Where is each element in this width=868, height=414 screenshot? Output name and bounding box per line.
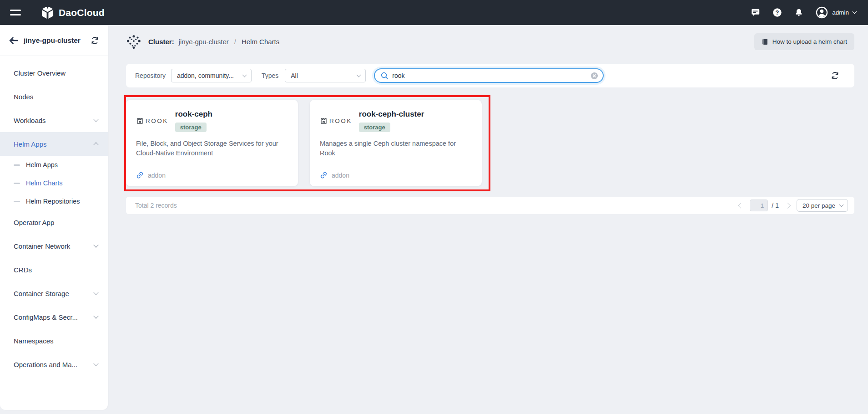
total-pages-label: / 1 bbox=[772, 202, 779, 209]
sub-item-dash bbox=[14, 164, 20, 166]
total-records-label: Total 2 records bbox=[135, 202, 177, 209]
sidebar-cluster-header: jinye-gpu-cluster bbox=[0, 25, 108, 56]
sidebar-item-container-storage[interactable]: Container Storage bbox=[0, 281, 108, 305]
breadcrumb-page: Helm Charts bbox=[242, 38, 279, 46]
sub-item-dash bbox=[14, 183, 20, 184]
chevron-down-icon bbox=[853, 10, 857, 14]
chart-description: File, Block, and Object Storage Services… bbox=[136, 139, 288, 171]
help-icon[interactable]: ? bbox=[772, 8, 782, 17]
rook-castle-icon bbox=[136, 117, 144, 125]
types-select-value: All bbox=[291, 72, 353, 79]
daocloud-logo-icon bbox=[41, 5, 54, 20]
page-size-value: 20 per page bbox=[802, 202, 835, 209]
search-box[interactable] bbox=[374, 68, 604, 83]
user-avatar-icon bbox=[816, 6, 828, 19]
breadcrumb-separator: / bbox=[234, 38, 236, 46]
sidebar-item-helm-apps-group[interactable]: Helm Apps bbox=[0, 132, 108, 156]
switch-cluster-icon[interactable] bbox=[90, 36, 100, 45]
sidebar-item-workloads[interactable]: Workloads bbox=[0, 108, 108, 132]
chart-title: rook-ceph-cluster bbox=[359, 110, 424, 119]
rook-castle-icon bbox=[320, 117, 328, 125]
sidebar-item-crds[interactable]: CRDs bbox=[0, 258, 108, 281]
chart-repo-row: addon bbox=[136, 171, 288, 179]
rook-logo: ROOK bbox=[136, 117, 168, 125]
chart-repo-row: addon bbox=[320, 171, 472, 179]
book-icon bbox=[762, 38, 768, 46]
breadcrumb-cluster-link[interactable]: jinye-gpu-cluster bbox=[179, 38, 229, 46]
chart-repo-name: addon bbox=[148, 172, 166, 179]
filter-bar: Repository addon, community... Types All bbox=[126, 64, 854, 87]
pagination-bar: Total 2 records 1 / 1 20 per page bbox=[126, 197, 854, 214]
sub-item-dash bbox=[14, 201, 20, 202]
chevron-down-icon bbox=[839, 202, 844, 207]
menu-icon[interactable] bbox=[10, 10, 21, 15]
sidebar-item-nodes[interactable]: Nodes bbox=[0, 85, 108, 108]
chart-category-tag: storage bbox=[175, 123, 207, 132]
helm-chart-card-rook-ceph[interactable]: ROOK rook-ceph storage File, Block, and … bbox=[126, 100, 298, 186]
chevron-left-icon bbox=[738, 203, 744, 209]
repository-select[interactable]: addon, community... bbox=[171, 69, 252, 82]
chart-category-tag: storage bbox=[359, 123, 390, 132]
sidebar-item-cluster-overview[interactable]: Cluster Overview bbox=[0, 61, 108, 85]
chart-description: Manages a single Ceph cluster namespace … bbox=[320, 139, 472, 171]
chevron-down-icon bbox=[242, 72, 247, 77]
topbar-actions: ? admin bbox=[751, 6, 856, 19]
rook-logo-text: ROOK bbox=[329, 118, 352, 124]
chevron-down-icon bbox=[93, 117, 98, 122]
chart-title: rook-ceph bbox=[175, 110, 212, 119]
sidebar: jinye-gpu-cluster Cluster Overview Nodes bbox=[0, 25, 108, 410]
sidebar-item-helm-apps[interactable]: Helm Apps bbox=[0, 156, 108, 174]
clear-search-icon[interactable] bbox=[590, 72, 598, 80]
refresh-icon[interactable] bbox=[830, 71, 840, 80]
chevron-down-icon bbox=[357, 72, 361, 77]
link-icon bbox=[136, 171, 144, 179]
sidebar-nav: Cluster Overview Nodes Workloads Helm Ap… bbox=[0, 56, 108, 376]
chevron-down-icon bbox=[93, 313, 98, 318]
sidebar-item-operations-maintenance[interactable]: Operations and Ma... bbox=[0, 353, 108, 376]
back-arrow-icon[interactable] bbox=[9, 36, 19, 45]
chevron-down-icon bbox=[93, 290, 98, 295]
chevron-up-icon bbox=[93, 142, 98, 147]
notifications-bell-icon[interactable] bbox=[794, 8, 803, 17]
helm-chart-card-rook-ceph-cluster[interactable]: ROOK rook-ceph-cluster storage Manages a… bbox=[310, 100, 482, 186]
sidebar-cluster-name: jinye-gpu-cluster bbox=[24, 36, 85, 45]
user-name: admin bbox=[832, 9, 849, 16]
types-filter-label: Types bbox=[262, 72, 278, 79]
svg-text:?: ? bbox=[776, 9, 779, 16]
repository-select-value: addon, community... bbox=[177, 72, 239, 79]
chevron-down-icon bbox=[93, 361, 98, 366]
rook-logo-text: ROOK bbox=[146, 118, 168, 124]
sidebar-item-helm-charts[interactable]: Helm Charts bbox=[0, 174, 108, 192]
sidebar-item-helm-repositories[interactable]: Helm Repositories bbox=[0, 192, 108, 210]
sidebar-item-container-network[interactable]: Container Network bbox=[0, 234, 108, 258]
search-input[interactable] bbox=[392, 72, 587, 79]
chat-icon[interactable] bbox=[751, 8, 760, 17]
cluster-dots-icon bbox=[126, 34, 141, 50]
breadcrumb-prefix: Cluster: bbox=[148, 38, 174, 46]
sidebar-item-configmaps-secrets[interactable]: ConfigMaps & Secr... bbox=[0, 305, 108, 329]
main-content: Cluster: jinye-gpu-cluster / Helm Charts… bbox=[108, 25, 868, 414]
breadcrumb-row: Cluster: jinye-gpu-cluster / Helm Charts… bbox=[126, 33, 854, 50]
chart-repo-name: addon bbox=[332, 172, 349, 179]
chart-results: ROOK rook-ceph storage File, Block, and … bbox=[126, 100, 482, 186]
top-header-bar: DaoCloud ? bbox=[0, 0, 868, 25]
pager-controls: 1 / 1 20 per page bbox=[739, 199, 848, 212]
next-page-button[interactable] bbox=[786, 204, 790, 208]
link-icon bbox=[320, 171, 328, 179]
upload-helm-chart-help-button[interactable]: How to upload a helm chart bbox=[754, 33, 854, 50]
breadcrumb: Cluster: jinye-gpu-cluster / Helm Charts bbox=[126, 34, 279, 50]
rook-logo: ROOK bbox=[320, 117, 352, 125]
sidebar-item-operator-app[interactable]: Operator App bbox=[0, 210, 108, 234]
chevron-down-icon bbox=[93, 242, 98, 247]
user-menu[interactable]: admin bbox=[816, 6, 856, 19]
page-size-select[interactable]: 20 per page bbox=[797, 199, 848, 212]
help-button-label: How to upload a helm chart bbox=[772, 38, 847, 45]
cards-row: ROOK rook-ceph storage File, Block, and … bbox=[126, 100, 482, 186]
prev-page-button[interactable] bbox=[739, 204, 743, 208]
sidebar-item-namespaces[interactable]: Namespaces bbox=[0, 329, 108, 353]
repository-filter-label: Repository bbox=[135, 72, 166, 79]
search-icon bbox=[380, 72, 389, 80]
brand-logo[interactable]: DaoCloud bbox=[41, 5, 105, 20]
types-select[interactable]: All bbox=[285, 69, 366, 82]
current-page-input[interactable]: 1 bbox=[750, 199, 768, 211]
